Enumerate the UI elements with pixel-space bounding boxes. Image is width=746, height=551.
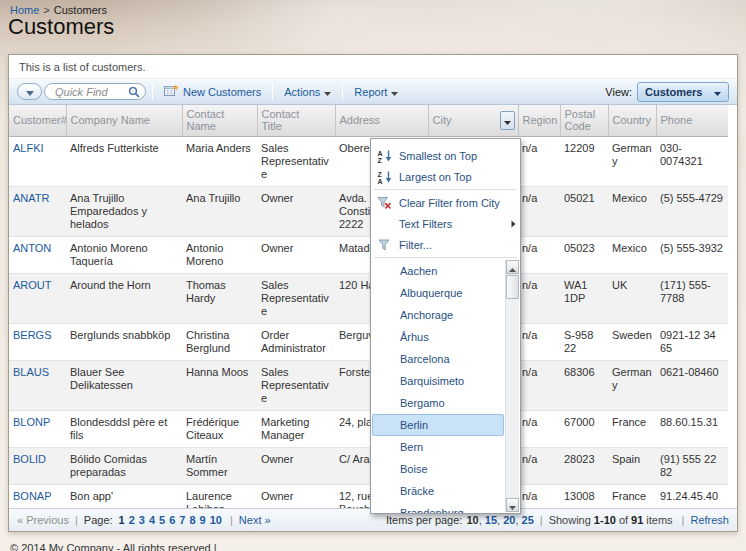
company-name-cell: Berglunds snabbköp bbox=[66, 323, 182, 360]
arrow-up-icon bbox=[509, 258, 516, 276]
city-option[interactable]: Albuquerque bbox=[372, 282, 504, 304]
page-number-link[interactable]: 8 bbox=[189, 514, 195, 526]
menu-item-smallest-on-top[interactable]: AZ Smallest on Top bbox=[371, 145, 520, 166]
page-size-option[interactable]: 10 bbox=[466, 514, 484, 526]
city-option[interactable]: Anchorage bbox=[372, 304, 504, 326]
customer-id-link[interactable]: BLONP bbox=[13, 416, 50, 428]
column-header-phone[interactable]: Phone bbox=[656, 105, 728, 136]
customer-id-link[interactable]: ALFKI bbox=[13, 142, 44, 154]
customer-id-link[interactable]: ANATR bbox=[13, 192, 49, 204]
region-cell: n/a bbox=[518, 484, 560, 508]
menu-item-clear-filter[interactable]: Clear Filter from City bbox=[371, 192, 520, 213]
company-name-cell: Antonio Moreno Taquería bbox=[66, 236, 182, 273]
quick-find-box bbox=[44, 83, 146, 100]
table-row: BERGS Berglunds snabbköp Christina Bergl… bbox=[9, 323, 728, 360]
customer-id-link[interactable]: BLAUS bbox=[13, 366, 49, 378]
country-cell: Sweden bbox=[608, 323, 656, 360]
svg-text:Z: Z bbox=[377, 170, 382, 177]
svg-text:A: A bbox=[377, 149, 382, 156]
city-option[interactable]: Berlin bbox=[372, 414, 504, 436]
city-option[interactable]: Bergamo bbox=[372, 392, 504, 414]
view-selector[interactable]: Customers bbox=[637, 82, 729, 102]
column-header-address[interactable]: Address bbox=[335, 105, 428, 136]
city-option[interactable]: Århus bbox=[372, 326, 504, 348]
company-name-cell: Around the Horn bbox=[66, 273, 182, 323]
contact-title-cell: Marketing Manager bbox=[257, 410, 335, 447]
page-label: Page: bbox=[84, 514, 113, 526]
region-cell: n/a bbox=[518, 136, 560, 186]
search-icon[interactable] bbox=[128, 86, 140, 98]
column-header-city[interactable]: City bbox=[428, 105, 518, 136]
region-cell: n/a bbox=[518, 236, 560, 273]
page-number-link[interactable]: 5 bbox=[159, 514, 165, 526]
previous-page-link[interactable]: « Previous bbox=[17, 514, 69, 526]
column-header-company[interactable]: Company Name bbox=[66, 105, 182, 136]
customer-id-cell: BLAUS bbox=[9, 360, 66, 410]
view-label: View: bbox=[605, 86, 632, 98]
page-number-link[interactable]: 4 bbox=[149, 514, 155, 526]
region-cell: n/a bbox=[518, 447, 560, 484]
city-list: Aachen Albuquerque Anchorage Århus Barce… bbox=[371, 260, 520, 513]
phone-cell: (5) 555-3932 bbox=[656, 236, 728, 273]
page-number-link[interactable]: 3 bbox=[139, 514, 145, 526]
postal-code-cell: 05023 bbox=[560, 236, 608, 273]
column-header-contact-title[interactable]: Contact Title bbox=[257, 105, 335, 136]
page-number-link[interactable]: 7 bbox=[179, 514, 185, 526]
quick-find-scope-button[interactable] bbox=[17, 83, 42, 100]
city-option[interactable]: Barcelona bbox=[372, 348, 504, 370]
customer-id-link[interactable]: ANTON bbox=[13, 242, 51, 254]
page-number-link[interactable]: 2 bbox=[129, 514, 135, 526]
pagination-separator: | bbox=[540, 514, 543, 526]
page-size-option[interactable]: 20 bbox=[503, 514, 521, 526]
menu-item-largest-on-top[interactable]: ZA Largest on Top bbox=[371, 166, 520, 187]
city-list-scrollbar[interactable] bbox=[505, 260, 519, 512]
next-page-link[interactable]: Next » bbox=[239, 514, 271, 526]
company-name-cell: Ana Trujillo Emparedados y helados bbox=[66, 186, 182, 236]
phone-cell: (91) 555 22 82 bbox=[656, 447, 728, 484]
column-header-postal[interactable]: Postal Code bbox=[560, 105, 608, 136]
city-option[interactable]: Boise bbox=[372, 458, 504, 480]
customer-id-link[interactable]: BERGS bbox=[13, 329, 52, 341]
city-filter-button[interactable] bbox=[500, 111, 515, 130]
page-number-link[interactable]: 1 bbox=[119, 514, 125, 526]
customer-id-link[interactable]: AROUT bbox=[13, 279, 52, 291]
customer-id-link[interactable]: BOLID bbox=[13, 453, 46, 465]
scroll-up-button[interactable] bbox=[506, 260, 519, 274]
refresh-link[interactable]: Refresh bbox=[690, 514, 729, 526]
table-row: AROUT Around the Horn Thomas Hardy Sales… bbox=[9, 273, 728, 323]
customer-id-link[interactable]: BONAP bbox=[13, 490, 52, 502]
region-cell: n/a bbox=[518, 410, 560, 447]
column-header-contact-name[interactable]: Contact Name bbox=[182, 105, 257, 136]
pagination-separator: | bbox=[682, 514, 685, 526]
menu-item-filter[interactable]: Filter... bbox=[371, 234, 520, 255]
company-name-cell: Blauer See Delikatessen bbox=[66, 360, 182, 410]
scroll-down-button[interactable] bbox=[506, 498, 519, 512]
region-cell: n/a bbox=[518, 360, 560, 410]
scrollbar-thumb[interactable] bbox=[506, 275, 519, 299]
city-option[interactable]: Aachen bbox=[372, 260, 504, 282]
column-header-customer[interactable]: Customer# bbox=[9, 105, 66, 136]
search-input[interactable] bbox=[53, 85, 128, 99]
chevron-down-icon bbox=[26, 84, 34, 99]
menu-item-text-filters[interactable]: Text Filters bbox=[371, 213, 520, 234]
chevron-down-icon bbox=[714, 86, 721, 98]
submenu-arrow-icon bbox=[506, 220, 516, 228]
page-number-link[interactable]: 10 bbox=[210, 514, 222, 526]
report-button[interactable]: Report bbox=[349, 84, 403, 100]
city-option[interactable]: Bern bbox=[372, 436, 504, 458]
menu-item-label: Smallest on Top bbox=[393, 150, 516, 162]
page-size-option[interactable]: 15 bbox=[485, 514, 503, 526]
column-header-country[interactable]: Country bbox=[608, 105, 656, 136]
content-panel: This is a list of customers. New Custome… bbox=[8, 54, 738, 532]
page-number-link[interactable]: 6 bbox=[169, 514, 175, 526]
column-header-region[interactable]: Region bbox=[518, 105, 560, 136]
new-customers-button[interactable]: New Customers bbox=[159, 82, 266, 102]
page-number-link[interactable]: 9 bbox=[200, 514, 206, 526]
city-option[interactable]: Brandenburg bbox=[372, 502, 504, 513]
city-option[interactable]: Barquisimeto bbox=[372, 370, 504, 392]
table-body: ALFKI Alfreds Futterkiste Maria Anders S… bbox=[9, 136, 728, 508]
page-size-option[interactable]: 25 bbox=[522, 514, 534, 526]
actions-button[interactable]: Actions bbox=[279, 84, 336, 100]
table-row: BOLID Bólido Comidas preparadas Martín S… bbox=[9, 447, 728, 484]
city-option[interactable]: Bräcke bbox=[372, 480, 504, 502]
